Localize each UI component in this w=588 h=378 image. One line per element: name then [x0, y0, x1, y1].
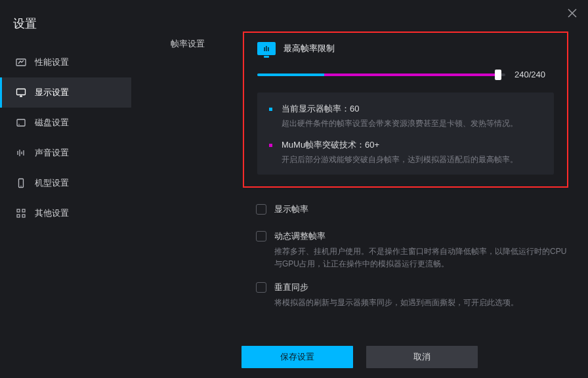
bullet-icon [269, 108, 272, 111]
sidebar-item-label: 显示设置 [35, 87, 69, 98]
grid-icon [15, 207, 27, 219]
page-title: 设置 [0, 16, 131, 47]
svg-rect-0 [16, 59, 26, 66]
checkbox-vsync-label: 垂直同步 [274, 282, 518, 293]
slider-thumb[interactable] [495, 70, 501, 80]
main-content: 帧率设置 ılı 最高帧率限制 240/240 [131, 0, 588, 336]
fps-monitor-icon: ılı [257, 42, 276, 55]
bullet-icon [269, 144, 272, 147]
fps-info-box: 当前显示器帧率：60 超出硬件条件的帧率设置会带来资源浪费甚至是卡顿、发热等情况… [257, 93, 554, 175]
sidebar-item-disk[interactable]: 磁盘设置 [0, 108, 131, 138]
svg-rect-7 [22, 209, 25, 212]
checkbox-dynamic-fps[interactable] [256, 231, 266, 242]
sound-icon [15, 147, 27, 159]
info-mumu-fps-title: MuMu帧率突破技术：60+ [282, 139, 518, 151]
sidebar: 设置 性能设置 显示设置 磁盘设置 声音设置 机型设置 其他设置 [0, 0, 131, 378]
sidebar-item-label: 其他设置 [35, 207, 69, 219]
sidebar-item-label: 声音设置 [35, 147, 69, 159]
sidebar-item-display[interactable]: 显示设置 [0, 77, 131, 108]
footer: 保存设置 取消 [131, 336, 588, 378]
fps-limit-panel: ılı 最高帧率限制 240/240 当前显示器帧率：60 [243, 32, 568, 188]
svg-rect-9 [22, 215, 25, 217]
fps-slider-value: 240/240 [514, 70, 554, 79]
fps-slider[interactable] [257, 74, 505, 76]
checkbox-dynamic-fps-desc: 推荐多开、挂机用户使用。不是操作主窗口时将自动降低帧率，以降低运行时的CPU与G… [274, 245, 568, 270]
sidebar-item-label: 磁盘设置 [35, 117, 69, 129]
sidebar-item-device[interactable]: 机型设置 [0, 168, 131, 198]
svg-rect-8 [17, 215, 20, 217]
info-monitor-fps-title: 当前显示器帧率：60 [282, 103, 518, 115]
disk-icon [15, 117, 27, 129]
checkbox-vsync-desc: 将模拟器的刷新与显示器频率同步，如遇到画面撕裂，可开启此选项。 [274, 297, 518, 309]
monitor-icon [15, 87, 27, 98]
phone-icon [15, 177, 27, 189]
section-label: 帧率设置 [171, 32, 243, 50]
checkbox-dynamic-fps-label: 动态调整帧率 [274, 230, 568, 242]
fps-limit-title: 最高帧率限制 [284, 43, 335, 54]
cancel-button[interactable]: 取消 [366, 346, 478, 368]
checkbox-vsync[interactable] [256, 282, 266, 293]
svg-point-5 [20, 186, 21, 186]
save-button[interactable]: 保存设置 [242, 346, 353, 368]
sidebar-item-label: 机型设置 [35, 177, 69, 189]
svg-point-3 [18, 124, 20, 125]
checkbox-show-fps[interactable] [256, 204, 266, 215]
sidebar-item-sound[interactable]: 声音设置 [0, 138, 131, 168]
sidebar-item-performance[interactable]: 性能设置 [0, 47, 131, 77]
svg-rect-6 [17, 209, 20, 212]
checkbox-show-fps-label: 显示帧率 [274, 203, 308, 215]
sidebar-item-other[interactable]: 其他设置 [0, 198, 131, 228]
svg-rect-2 [17, 119, 25, 126]
info-monitor-fps-desc: 超出硬件条件的帧率设置会带来资源浪费甚至是卡顿、发热等情况。 [282, 117, 518, 130]
gauge-icon [15, 56, 27, 68]
sidebar-item-label: 性能设置 [35, 56, 69, 68]
svg-rect-1 [17, 89, 26, 95]
info-mumu-fps-desc: 开启后部分游戏能够突破自身帧率，达到模拟器适配后的最高帧率。 [282, 154, 518, 166]
